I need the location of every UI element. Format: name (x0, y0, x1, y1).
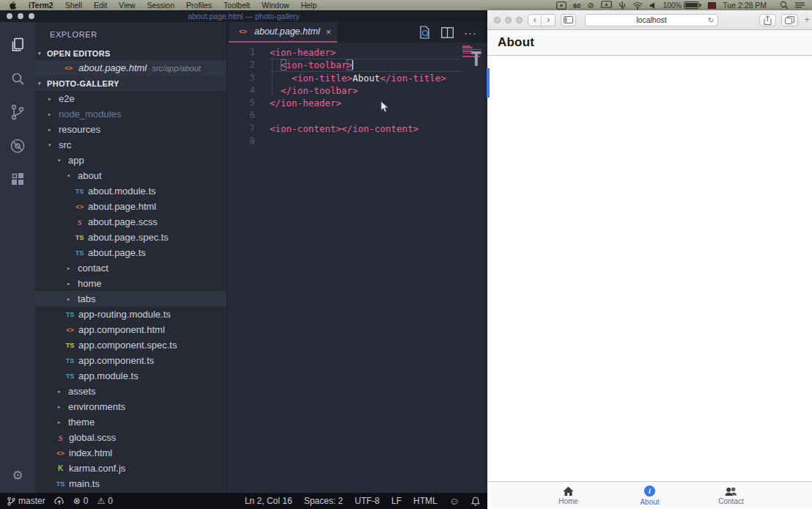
menu-bar-clock[interactable]: Tue 2:28 PM (723, 1, 767, 10)
tree-item-about.module.ts[interactable]: TSabout.module.ts (35, 183, 226, 199)
zoom-window-button[interactable] (29, 13, 34, 19)
menu-iterm2[interactable]: iTerm2 (23, 0, 59, 10)
code-editor[interactable]: 1<ion-header>2 <ion-toolbar>3 <ion-title… (227, 43, 487, 493)
close-window-button[interactable] (7, 13, 12, 19)
files-icon[interactable] (0, 28, 35, 62)
code-line-2[interactable]: 2 <ion-toolbar> (227, 59, 487, 71)
tree-item-about.page.html[interactable]: <>about.page.html (35, 199, 226, 214)
tree-item-contact[interactable]: ▸contact (35, 260, 226, 276)
zoom-window-button[interactable] (516, 17, 523, 23)
menu-profiles[interactable]: Profiles (180, 0, 218, 10)
battery-indicator[interactable]: 100% (663, 1, 702, 10)
debug-icon[interactable] (0, 129, 35, 163)
tree-item-global.scss[interactable]: Sglobal.scss (35, 430, 226, 445)
wifi-icon[interactable] (632, 1, 643, 10)
tree-item-about.page.scss[interactable]: Sabout.page.scss (35, 214, 226, 230)
vscode-titlebar[interactable]: about.page.html — photo-gallery (0, 10, 487, 22)
settings-gear-icon[interactable]: ⚙ (0, 462, 35, 488)
open-editor-about.page.html[interactable]: <>about.page.htmlsrc/app/about (35, 60, 226, 76)
status-item[interactable]: Spaces: 2 (304, 496, 343, 506)
code-line-3[interactable]: 3 <ion-title>About</ion-title> (227, 72, 487, 84)
code-line-8[interactable]: 8 (227, 135, 487, 147)
warnings-indicator[interactable]: ⚠ 0 (97, 496, 112, 506)
source-control-icon[interactable] (0, 95, 35, 129)
reload-icon[interactable]: ↻ (708, 16, 714, 24)
spotlight-icon[interactable] (780, 1, 789, 10)
tree-item-karma.conf.js[interactable]: Kkarma.conf.js (35, 461, 226, 476)
notifications-bell-icon[interactable] (471, 497, 480, 506)
address-bar[interactable]: localhost ↻ (585, 14, 718, 26)
safari-window-controls[interactable] (494, 17, 523, 23)
volume-icon[interactable] (649, 1, 657, 10)
tree-item-app[interactable]: ▾app (35, 153, 226, 168)
publish-icon[interactable] (54, 497, 64, 505)
more-actions-icon[interactable]: ··· (464, 26, 477, 39)
back-button[interactable]: ‹ (528, 15, 542, 26)
tree-item-resources[interactable]: ▸resources (35, 122, 226, 137)
tree-item-app.component.spec.ts[interactable]: TSapp.component.spec.ts (35, 337, 226, 353)
ionic-tab-about[interactable]: iAbout (609, 482, 690, 508)
tree-item-theme[interactable]: ▸theme (35, 414, 226, 430)
minimize-window-button[interactable] (18, 13, 23, 19)
close-window-button[interactable] (494, 17, 501, 23)
ionic-tab-contact[interactable]: Contact (690, 482, 772, 508)
tree-item-app-routing.module.ts[interactable]: TSapp-routing.module.ts (35, 307, 226, 322)
dnd-icon[interactable]: ⊘ (587, 1, 594, 10)
menu-edit[interactable]: Edit (88, 0, 113, 10)
share-button[interactable] (759, 14, 776, 26)
tree-item-environments[interactable]: ▸environments (35, 399, 226, 414)
errors-indicator[interactable]: ⊗ 0 (73, 496, 89, 506)
tab-about-page-html[interactable]: <> about.page.html × (229, 22, 337, 43)
tree-item-about.page.ts[interactable]: TSabout.page.ts (35, 245, 226, 260)
code-line-4[interactable]: 4 </ion-toolbar> (227, 84, 487, 97)
tree-item-app.component.html[interactable]: <>app.component.html (35, 322, 226, 337)
menu-view[interactable]: View (113, 0, 141, 10)
find-in-file-icon[interactable] (418, 26, 431, 39)
open-editors-section[interactable]: ▾ OPEN EDITORS (35, 46, 226, 60)
search-icon[interactable] (0, 62, 35, 95)
status-item[interactable]: HTML (413, 496, 438, 506)
code-line-7[interactable]: 7<ion-content></ion-content> (227, 122, 487, 135)
display-icon[interactable] (601, 1, 612, 10)
menu-shell[interactable]: Shell (59, 0, 88, 10)
tree-item-index.html[interactable]: <>index.html (35, 445, 226, 461)
menu-session[interactable]: Session (141, 0, 180, 10)
usb-icon[interactable] (619, 1, 626, 10)
tree-item-tabs[interactable]: ▸tabs (35, 291, 226, 307)
status-item[interactable]: Ln 2, Col 16 (245, 496, 292, 506)
tree-item-e2e[interactable]: ▸e2e (35, 91, 226, 106)
new-tab-button[interactable]: + (802, 14, 812, 26)
tree-item-app.module.ts[interactable]: TSapp.module.ts (35, 368, 226, 384)
close-tab-icon[interactable]: × (322, 26, 331, 37)
tree-item-node_modules[interactable]: ▸node_modules (35, 106, 226, 122)
screen-record-icon[interactable] (556, 1, 566, 10)
tree-item-app.component.ts[interactable]: TSapp.component.ts (35, 353, 226, 368)
tree-item-src[interactable]: ▾src (35, 137, 226, 153)
menu-help[interactable]: Help (295, 0, 323, 10)
tree-item-about.page.spec.ts[interactable]: TSabout.page.spec.ts (35, 230, 226, 245)
tree-item-about[interactable]: ▾about (35, 168, 226, 183)
menu-window[interactable]: Window (256, 0, 295, 10)
feedback-smiley-icon[interactable]: ☺ (449, 495, 459, 507)
code-line-5[interactable]: 5</ion-header> (227, 97, 487, 109)
project-section[interactable]: ▾ PHOTO-GALLERY (35, 76, 226, 91)
menu-toolbelt[interactable]: Toolbelt (218, 0, 256, 10)
apple-menu-icon[interactable] (0, 1, 23, 10)
git-branch-indicator[interactable]: master (7, 496, 45, 506)
tab-overview-button[interactable] (781, 14, 798, 26)
forward-button[interactable]: › (542, 15, 554, 26)
status-item[interactable]: UTF-8 (355, 496, 380, 506)
tree-item-assets[interactable]: ▸assets (35, 384, 226, 399)
menu-extra-app-icon[interactable] (708, 2, 716, 9)
notification-center-icon[interactable] (795, 1, 805, 9)
sixty-badge-icon[interactable]: 60 (573, 1, 581, 10)
tree-item-main.ts[interactable]: TSmain.ts (35, 476, 226, 491)
tree-item-home[interactable]: ▸home (35, 276, 226, 291)
vscode-window-controls[interactable] (7, 13, 34, 19)
code-line-6[interactable]: 6 (227, 109, 487, 122)
extensions-icon[interactable] (0, 163, 35, 197)
ionic-tab-home[interactable]: Home (528, 482, 609, 508)
sidebar-toggle-button[interactable] (561, 14, 576, 26)
minimize-window-button[interactable] (505, 17, 512, 23)
split-editor-icon[interactable] (441, 27, 454, 38)
